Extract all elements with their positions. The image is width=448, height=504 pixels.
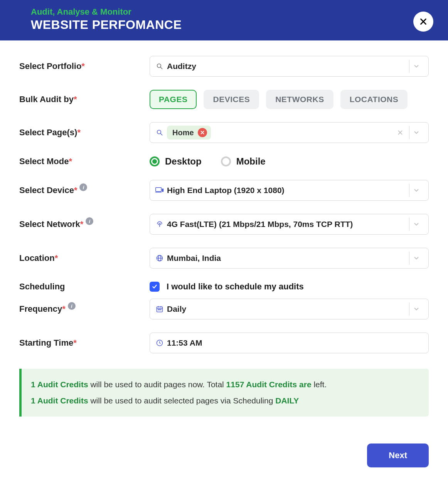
scheduling-label: I would like to schedule my audits (167, 282, 304, 292)
network-select[interactable]: 4G Fast(LTE) (21 Mbps/21 Mbps, 70ms TCP … (150, 214, 429, 235)
chevron-down-icon (409, 302, 423, 316)
globe-icon (155, 254, 164, 262)
modal-body: Select Portfolio* Auditzy Bulk Audit by* (0, 40, 448, 428)
bulk-tab-pages[interactable]: PAGES (150, 90, 197, 109)
clear-all-icon[interactable] (394, 129, 406, 136)
check-icon (152, 284, 158, 290)
close-button[interactable] (413, 12, 433, 32)
bulk-tab-devices[interactable]: DEVICES (204, 90, 259, 109)
notice-line-1: 1 Audit Credits will be used to audit pa… (31, 376, 419, 393)
search-icon (155, 129, 164, 136)
svg-rect-6 (162, 189, 163, 192)
device-select[interactable]: High End Laptop (1920 x 1080) (150, 180, 429, 201)
search-icon (155, 63, 164, 70)
radio-icon (221, 156, 231, 166)
mode-radio-group: Desktop Mobile (150, 156, 429, 167)
bulk-tab-group: PAGES DEVICES NETWORKS LOCATIONS (150, 90, 429, 109)
chevron-down-icon (409, 60, 423, 73)
svg-point-16 (161, 309, 162, 310)
label-scheduling: Scheduling (19, 282, 150, 292)
modal-footer: Next (0, 428, 448, 487)
header-title: WEBSITE PERFOMANCE (31, 18, 417, 32)
row-mode: Select Mode* Desktop Mobile (19, 156, 429, 167)
label-bulk-audit: Bulk Audit by* (19, 94, 150, 104)
header-subtitle: Audit, Analyse & Monitor (31, 7, 417, 17)
label-starting-time: Starting Time* (19, 338, 150, 348)
chevron-down-icon (409, 218, 423, 231)
row-frequency: Frequency* i Daily (19, 299, 429, 319)
chevron-down-icon (409, 252, 423, 265)
credit-notice: 1 Audit Credits will be used to audit pa… (19, 369, 429, 417)
chevron-down-icon (409, 184, 423, 197)
notice-line-2: 1 Audit Credits will be used to audit se… (31, 393, 419, 409)
label-network: Select Network* i (19, 219, 150, 229)
info-icon[interactable]: i (86, 217, 93, 225)
svg-point-14 (158, 309, 159, 310)
label-frequency: Frequency* i (19, 304, 150, 314)
page-tag-label: Home (172, 128, 194, 137)
starting-time-value: 11:53 AM (164, 338, 423, 348)
row-portfolio: Select Portfolio* Auditzy (19, 56, 429, 77)
row-location: Location* Mumbai, India (19, 248, 429, 269)
scheduling-checkbox[interactable] (150, 282, 160, 292)
row-bulk-audit: Bulk Audit by* PAGES DEVICES NETWORKS LO… (19, 90, 429, 109)
next-button[interactable]: Next (367, 444, 429, 467)
mode-desktop[interactable]: Desktop (150, 156, 202, 167)
network-value: 4G Fast(LTE) (21 Mbps/21 Mbps, 70ms TCP … (164, 220, 406, 229)
label-location: Location* (19, 253, 150, 263)
remove-icon (200, 130, 205, 135)
device-icon (155, 187, 164, 194)
mode-mobile[interactable]: Mobile (221, 156, 266, 167)
label-device: Select Device* i (19, 185, 150, 195)
radio-icon (150, 156, 160, 166)
location-select[interactable]: Mumbai, India (150, 248, 429, 269)
row-scheduling: Scheduling I would like to schedule my a… (19, 282, 429, 292)
info-icon[interactable]: i (68, 302, 76, 310)
svg-line-3 (160, 133, 162, 135)
svg-rect-4 (156, 188, 162, 192)
portfolio-select[interactable]: Auditzy (150, 56, 429, 77)
bulk-tab-locations[interactable]: LOCATIONS (340, 90, 408, 109)
modal-header: Audit, Analyse & Monitor WEBSITE PERFOMA… (0, 0, 448, 40)
scheduling-checkbox-row: I would like to schedule my audits (150, 282, 429, 292)
svg-line-1 (160, 67, 162, 69)
remove-tag-button[interactable] (198, 128, 207, 137)
row-device: Select Device* i High End Laptop (1920 x… (19, 180, 429, 201)
chevron-down-icon (409, 126, 423, 139)
info-icon[interactable]: i (79, 183, 87, 191)
signal-icon (155, 220, 164, 228)
frequency-select[interactable]: Daily (150, 299, 429, 319)
audit-modal: Audit, Analyse & Monitor WEBSITE PERFOMA… (0, 0, 448, 487)
frequency-value: Daily (164, 304, 406, 314)
bulk-tab-networks[interactable]: NETWORKS (266, 90, 333, 109)
label-mode: Select Mode* (19, 156, 150, 166)
mode-desktop-label: Desktop (165, 156, 202, 167)
portfolio-value: Auditzy (164, 62, 406, 71)
row-network: Select Network* i 4G Fast(LTE) (21 Mbps/… (19, 214, 429, 235)
pages-multiselect[interactable]: Home (150, 122, 429, 143)
label-pages: Select Page(s)* (19, 128, 150, 138)
row-pages: Select Page(s)* Home (19, 122, 429, 143)
clock-icon (155, 339, 164, 347)
close-icon (419, 17, 428, 26)
calendar-icon (155, 305, 164, 313)
location-value: Mumbai, India (164, 254, 406, 263)
starting-time-input[interactable]: 11:53 AM (150, 333, 429, 353)
page-tag-home: Home (167, 126, 211, 139)
device-value: High End Laptop (1920 x 1080) (164, 186, 406, 195)
svg-point-15 (159, 309, 160, 310)
row-starting-time: Starting Time* 11:53 AM (19, 333, 429, 353)
mode-mobile-label: Mobile (236, 156, 266, 167)
label-portfolio: Select Portfolio* (19, 61, 150, 71)
